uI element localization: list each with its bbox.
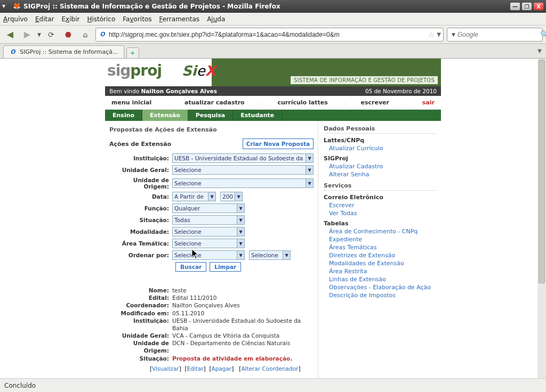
- link-ver-todas[interactable]: Ver Todas: [329, 210, 436, 217]
- link-descricao-impostos[interactable]: Descrição de Impostos: [329, 292, 436, 299]
- browser-tab[interactable]: O SIGProj :: Sistema de Informaçã...: [3, 45, 124, 58]
- window-titlebar: ▾ 🦊 SIGProj :: Sistema de Informação e G…: [0, 0, 546, 13]
- search-input[interactable]: [457, 31, 538, 38]
- menu-ajuda[interactable]: Ajuda: [207, 15, 225, 23]
- buscar-button[interactable]: Buscar: [175, 262, 206, 272]
- window-title: SIGProj :: Sistema de Informação e Gestã…: [23, 3, 510, 10]
- select-funcao[interactable]: Qualquer▼: [172, 203, 245, 213]
- label-situacao: Situação:: [109, 217, 172, 223]
- menu-historico[interactable]: Histórico: [87, 15, 115, 23]
- new-proposal-button[interactable]: Criar Nova Proposta: [243, 138, 314, 149]
- sidebar-cat-lattes: Lattes/CNPq: [324, 137, 436, 144]
- select-situacao[interactable]: Todas▼: [172, 215, 245, 225]
- reload-button[interactable]: ⟳: [44, 28, 58, 42]
- new-tab-button[interactable]: +: [126, 47, 139, 58]
- action-apagar[interactable]: Apagar: [211, 365, 231, 372]
- select-modalidade[interactable]: Selecione▼: [172, 227, 245, 236]
- menu-editar[interactable]: Editar: [35, 15, 54, 23]
- sigproj-logo: sigproj: [107, 62, 162, 79]
- link-curriculo-lattes[interactable]: currículo lattes: [278, 99, 328, 106]
- link-diretrizes-extensao[interactable]: Diretrizes de Extensão: [329, 252, 436, 259]
- breadcrumb: Propostas de Ações de Extensão: [109, 124, 314, 136]
- chevron-down-icon: ▼: [237, 251, 244, 259]
- select-data-ano[interactable]: 200▼: [220, 192, 243, 201]
- link-expediente[interactable]: Expediente: [329, 236, 436, 243]
- link-escrever[interactable]: escrever: [361, 99, 389, 106]
- app-menu-icon[interactable]: ▾: [2, 2, 11, 11]
- select-data-modo[interactable]: A Partir de▼: [172, 192, 216, 201]
- chevron-down-icon: ▼: [237, 216, 244, 224]
- link-atualizar-curriculo[interactable]: Atualizar Currículo: [329, 145, 436, 152]
- site-header: sigproj SieX SISTEMA DE INFORMAÇÃO E GES…: [105, 59, 441, 86]
- vertical-scrollbar[interactable]: [537, 59, 546, 378]
- chevron-down-icon: ▼: [235, 192, 242, 201]
- label-funcao: Função:: [109, 205, 172, 211]
- search-bar[interactable]: ▼ 🔍: [447, 28, 543, 42]
- limpar-button[interactable]: Limpar: [210, 262, 241, 272]
- link-atualizar-cadastro[interactable]: Atualizar Cadastro: [329, 163, 436, 170]
- link-modalidades-extensao[interactable]: Modalidades de Extensão: [329, 260, 436, 267]
- module-tabs: Ensino Extensão Pesquisa Estudante: [105, 110, 441, 121]
- tab-extensao[interactable]: Extensão: [142, 110, 188, 121]
- select-unidade-geral[interactable]: Selecione▼: [172, 165, 314, 175]
- bookmark-star-icon[interactable]: ☆: [428, 30, 435, 39]
- link-linhas-extensao[interactable]: Linhas de Extensão: [329, 276, 436, 283]
- back-button[interactable]: ◀: [3, 28, 17, 42]
- link-observacoes[interactable]: Observações - Elaboração de Ação: [329, 284, 436, 291]
- top-menu: menu inicial . atualizar cadastro . curr…: [105, 96, 441, 110]
- chevron-down-icon: ▼: [283, 251, 290, 259]
- link-areas-tematicas[interactable]: Áreas Temáticas: [329, 244, 436, 251]
- link-alterar-senha[interactable]: Alterar Senha: [329, 171, 436, 178]
- tab-ensino[interactable]: Ensino: [105, 110, 142, 121]
- search-icon[interactable]: 🔍: [540, 30, 546, 38]
- tab-estudante[interactable]: Estudante: [233, 110, 282, 121]
- menu-favoritos[interactable]: Favoritos: [123, 15, 151, 23]
- label-area: Área Temática:: [109, 240, 172, 247]
- tab-favicon: O: [9, 48, 17, 56]
- link-sair[interactable]: sair: [422, 99, 435, 106]
- chevron-down-icon: ▼: [306, 166, 313, 174]
- site-identity-icon[interactable]: O: [98, 30, 107, 39]
- chevron-down-icon: ▼: [208, 192, 215, 201]
- current-date: 05 de Novembro de 2010: [365, 88, 437, 94]
- sidebar-header-servicos: Serviços: [324, 181, 436, 191]
- action-visualizar[interactable]: Visualizar: [152, 365, 179, 372]
- link-atualizar-cadastro[interactable]: atualizar cadastro: [184, 99, 245, 106]
- link-area-restrita[interactable]: Área Restrita: [329, 268, 436, 275]
- select-ordenar-2[interactable]: Selecione▼: [249, 250, 291, 260]
- sidebar-cat-sigproj: SIGProj: [324, 155, 436, 162]
- sidebar-cat-tabelas: Tabelas: [324, 220, 436, 227]
- url-dropdown-icon[interactable]: ▼: [437, 31, 441, 37]
- select-instituicao[interactable]: UESB - Universidade Estadual do Sudoeste…: [172, 153, 314, 163]
- link-escrever[interactable]: Escrever: [329, 202, 436, 209]
- minimize-button[interactable]: —: [510, 2, 520, 11]
- action-editar[interactable]: Editar: [187, 365, 204, 372]
- action-alterar-coordenador[interactable]: Alterar Coordenador: [241, 365, 298, 372]
- link-menu-inicial[interactable]: menu inicial: [111, 99, 151, 106]
- tab-pesquisa[interactable]: Pesquisa: [188, 110, 234, 121]
- welcome-bar: Bem vindo Nailton Gonçalves Alves 05 de …: [105, 86, 441, 96]
- maximize-button[interactable]: ❐: [521, 2, 532, 11]
- page-viewport: sigproj SieX SISTEMA DE INFORMAÇÃO E GES…: [0, 59, 546, 378]
- close-button[interactable]: X: [533, 2, 544, 11]
- select-ordenar-1[interactable]: Selecione▼: [172, 250, 245, 260]
- menu-exibir[interactable]: Exibir: [62, 15, 80, 23]
- result-item: Nome:teste Edital:Edital 111/2010 Coorde…: [109, 287, 314, 372]
- url-input[interactable]: [109, 31, 426, 38]
- scrollbar-thumb[interactable]: [539, 60, 545, 283]
- label-data: Data:: [109, 193, 172, 200]
- label-modalidade: Modalidade:: [109, 228, 172, 235]
- home-button[interactable]: ⌂: [78, 28, 92, 42]
- label-unidade-origem: Unidade de Origem:: [109, 177, 172, 190]
- menu-arquivo[interactable]: AArquivorquivo: [3, 15, 28, 23]
- chevron-down-icon: ▼: [306, 179, 313, 187]
- list-all-tabs-icon[interactable]: ▼: [537, 48, 542, 54]
- stop-button[interactable]: ⬣: [61, 28, 75, 42]
- forward-button[interactable]: ▶: [20, 28, 34, 42]
- select-unidade-origem[interactable]: Selecione▼: [172, 178, 314, 188]
- chevron-down-icon: ▼: [237, 204, 244, 213]
- select-area-tematica[interactable]: Selecione▼: [172, 239, 245, 248]
- url-bar[interactable]: O ☆ ▼: [95, 28, 444, 42]
- menu-ferramentas[interactable]: Ferramentas: [159, 15, 199, 23]
- link-area-conhecimento[interactable]: Área de Conhecimento - CNPq: [329, 228, 436, 235]
